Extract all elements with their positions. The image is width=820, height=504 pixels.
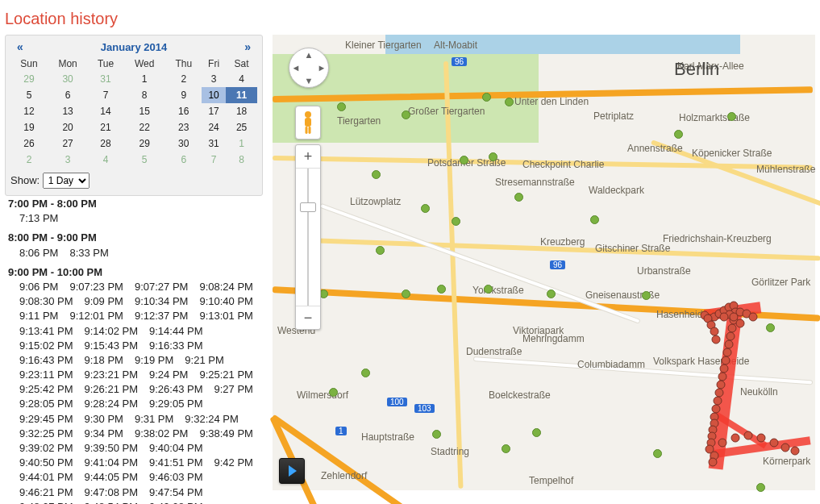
timestamp[interactable]: 9:19 PM <box>135 353 173 368</box>
gps-point[interactable] <box>736 319 745 328</box>
calendar-day[interactable]: 26 <box>10 135 48 152</box>
timestamp[interactable]: 8:06 PM <box>19 246 58 260</box>
timestamp[interactable]: 9:06 PM <box>19 280 58 294</box>
timestamp[interactable]: 9:38:02 PM <box>135 427 189 441</box>
timestamp[interactable]: 9:07:23 PM <box>69 280 123 294</box>
timestamp[interactable]: 9:41:51 PM <box>149 456 203 470</box>
timestamp[interactable]: 9:32:24 PM <box>185 412 239 427</box>
calendar-day[interactable]: 29 <box>10 71 48 87</box>
timestamp[interactable]: 9:12:37 PM <box>135 309 189 323</box>
calendar-day[interactable]: 4 <box>226 71 257 87</box>
timestamp[interactable]: 9:44:01 PM <box>19 470 73 485</box>
calendar-day[interactable]: 27 <box>48 135 88 152</box>
calendar-day[interactable]: 1 <box>226 135 257 152</box>
timestamp[interactable]: 9:10:34 PM <box>135 294 189 309</box>
calendar-day[interactable]: 31 <box>202 135 226 152</box>
gps-point[interactable] <box>730 313 739 322</box>
gps-point[interactable] <box>749 313 758 322</box>
timestamp[interactable]: 9:25:42 PM <box>19 382 73 397</box>
timestamp[interactable]: 9:18 PM <box>85 353 123 368</box>
zoom-slider[interactable] <box>296 169 320 306</box>
timestamp[interactable]: 9:30 PM <box>85 412 123 427</box>
timestamp[interactable]: 9:14:44 PM <box>149 324 203 339</box>
calendar-prev-button[interactable]: « <box>14 40 27 53</box>
timestamp[interactable]: 9:39:50 PM <box>85 441 139 456</box>
gps-point[interactable] <box>718 439 727 448</box>
calendar-day[interactable]: 7 <box>202 152 226 168</box>
calendar-next-button[interactable]: » <box>241 40 254 53</box>
map-zoom-control[interactable]: + − <box>295 144 321 330</box>
calendar-day[interactable]: 2 <box>10 152 48 168</box>
calendar-day[interactable]: 1 <box>123 71 166 87</box>
timestamp[interactable]: 9:48:07 PM <box>19 500 73 504</box>
calendar-day[interactable]: 18 <box>226 103 257 119</box>
zoom-out-button[interactable]: − <box>296 306 320 329</box>
gps-point[interactable] <box>781 444 790 452</box>
calendar-day[interactable]: 22 <box>123 119 166 135</box>
map-pan-control[interactable]: ▲ ◄► ▼ <box>289 48 329 88</box>
timestamp[interactable]: 9:42 PM <box>214 456 253 470</box>
timestamp[interactable]: 9:21 PM <box>185 353 223 368</box>
gps-point[interactable] <box>791 447 800 456</box>
calendar-day[interactable]: 28 <box>88 135 123 152</box>
pan-up-icon[interactable]: ▲ <box>305 51 314 60</box>
calendar-day[interactable]: 25 <box>226 119 257 135</box>
calendar-day[interactable]: 8 <box>123 87 166 103</box>
calendar-day[interactable]: 6 <box>48 87 88 103</box>
gps-point[interactable] <box>709 458 718 467</box>
timestamp[interactable]: 9:28:24 PM <box>85 397 139 411</box>
timestamp[interactable]: 9:47:54 PM <box>149 485 203 500</box>
timestamp[interactable]: 7:13 PM <box>19 211 58 226</box>
gps-point[interactable] <box>757 434 766 443</box>
calendar-day[interactable]: 10 <box>202 87 226 103</box>
pan-right-icon[interactable]: ► <box>318 64 327 73</box>
timestamp[interactable]: 9:08:30 PM <box>19 294 73 309</box>
timestamp[interactable]: 9:31 PM <box>135 412 173 427</box>
timestamp[interactable]: 9:25:21 PM <box>199 368 253 382</box>
timestamp[interactable]: 9:14:02 PM <box>85 324 139 339</box>
calendar-day[interactable]: 20 <box>48 119 88 135</box>
streetview-pegman[interactable] <box>295 106 321 140</box>
calendar-day[interactable]: 2 <box>165 71 202 87</box>
timestamp[interactable]: 9:15:43 PM <box>85 339 139 353</box>
map-pane[interactable]: Kleiner TiergartenAlt-MoabitTiergartenGr… <box>273 35 815 490</box>
timestamp[interactable]: 9:28:05 PM <box>19 397 73 411</box>
calendar-day[interactable]: 14 <box>88 103 123 119</box>
calendar-day[interactable]: 4 <box>88 152 123 168</box>
calendar-day[interactable]: 31 <box>88 71 123 87</box>
timestamp[interactable]: 9:48:54 PM <box>85 500 139 504</box>
timestamp[interactable]: 9:15:02 PM <box>19 339 73 353</box>
timestamp[interactable]: 9:44:05 PM <box>85 470 139 485</box>
timestamp[interactable]: 9:23:21 PM <box>85 368 139 382</box>
timestamp[interactable]: 9:26:43 PM <box>149 382 203 397</box>
zoom-slider-handle[interactable] <box>300 202 316 212</box>
timestamp[interactable]: 9:46:21 PM <box>19 485 73 500</box>
timeline-play-button[interactable] <box>279 458 305 484</box>
timestamp[interactable]: 9:29:05 PM <box>149 397 203 411</box>
calendar-day[interactable]: 7 <box>88 87 123 103</box>
calendar-day[interactable]: 24 <box>202 119 226 135</box>
timestamp[interactable]: 9:07:27 PM <box>135 280 189 294</box>
timestamp[interactable]: 9:46:03 PM <box>149 470 203 485</box>
timestamp[interactable]: 9:39:02 PM <box>19 441 73 456</box>
calendar-day[interactable]: 11 <box>226 87 257 103</box>
timestamp[interactable]: 9:34 PM <box>85 427 123 441</box>
gps-point[interactable] <box>744 431 753 440</box>
timestamp[interactable]: 9:40:04 PM <box>149 441 203 456</box>
calendar-day[interactable]: 16 <box>165 103 202 119</box>
calendar-day[interactable]: 5 <box>123 152 166 168</box>
calendar-day[interactable]: 3 <box>48 152 88 168</box>
timestamp[interactable]: 9:38:49 PM <box>199 427 253 441</box>
timestamp[interactable]: 9:32:25 PM <box>19 427 73 441</box>
calendar-day[interactable]: 30 <box>165 135 202 152</box>
timestamp[interactable]: 8:33 PM <box>69 246 108 260</box>
timestamp[interactable]: 9:11 PM <box>19 309 58 323</box>
timestamp[interactable]: 9:49:08 PM <box>149 500 203 504</box>
calendar-day[interactable]: 5 <box>10 87 48 103</box>
timestamp[interactable]: 9:40:50 PM <box>19 456 73 470</box>
calendar-day[interactable]: 12 <box>10 103 48 119</box>
calendar-day[interactable]: 17 <box>202 103 226 119</box>
timestamp[interactable]: 9:10:40 PM <box>199 294 253 309</box>
timestamp[interactable]: 9:47:08 PM <box>85 485 139 500</box>
pan-left-icon[interactable]: ◄ <box>292 64 301 73</box>
